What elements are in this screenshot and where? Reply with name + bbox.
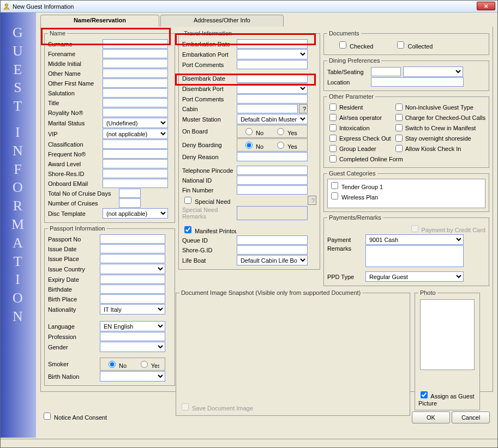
disembark-date-input[interactable] bbox=[237, 74, 308, 83]
onboard-yes[interactable]: Yes bbox=[274, 126, 297, 136]
deny-yes-radio[interactable] bbox=[277, 142, 284, 149]
frequent-no-input[interactable] bbox=[103, 149, 168, 159]
cabin-help-button[interactable]: ? bbox=[299, 104, 308, 113]
total-cruise-days-input[interactable] bbox=[119, 189, 141, 198]
tab-addresses-other[interactable]: Addresses/Other Info bbox=[160, 15, 284, 27]
assign-picture-check[interactable]: Assign as Guest Picture bbox=[418, 393, 475, 407]
special-need-checkbox[interactable] bbox=[184, 197, 191, 204]
collected-checkbox[interactable] bbox=[397, 41, 404, 49]
profession-input[interactable] bbox=[100, 332, 165, 341]
queue-id-input[interactable] bbox=[237, 235, 308, 245]
special-need-check[interactable]: Special Need bbox=[182, 195, 237, 205]
guest-cat-list[interactable]: Tender Group 1 Wireless Plan bbox=[327, 179, 485, 208]
onboard-no[interactable]: No bbox=[243, 126, 263, 136]
ok-button[interactable]: OK bbox=[412, 411, 450, 423]
deny-no-radio[interactable] bbox=[245, 142, 253, 149]
allow-kiosk-check[interactable]: Allow Kiosk Check In bbox=[393, 143, 485, 154]
deny-yes[interactable]: Yes bbox=[274, 140, 297, 150]
issue-date-input[interactable] bbox=[100, 244, 165, 253]
telephone-pin-input[interactable] bbox=[237, 166, 308, 175]
resident-check[interactable]: Resident bbox=[327, 102, 391, 112]
manifest-checkbox[interactable] bbox=[184, 226, 191, 233]
expiry-date-input[interactable] bbox=[100, 275, 165, 284]
fin-number-input[interactable] bbox=[237, 185, 308, 195]
other-name-input[interactable] bbox=[103, 69, 168, 78]
save-doc-check: Save Document Image bbox=[179, 405, 253, 411]
ppd-type-select[interactable]: Regular Guest bbox=[365, 271, 464, 282]
intoxication-check[interactable]: Intoxication bbox=[327, 123, 391, 133]
muster-station-select[interactable]: Default Cabin Muster Station bbox=[237, 114, 308, 124]
group-leader-check[interactable]: Group Leader bbox=[327, 143, 391, 154]
cancel-button[interactable]: Cancel bbox=[452, 411, 490, 423]
non-inclusive-check[interactable]: Non-inclusive Guest Type bbox=[393, 102, 485, 112]
award-level-input[interactable] bbox=[103, 159, 168, 168]
checked-check[interactable]: Checked bbox=[337, 40, 373, 50]
marital-status-label: Marital Status bbox=[48, 120, 103, 126]
surname-input[interactable] bbox=[103, 39, 168, 49]
stay-overnight-check[interactable]: Stay overnight shoreside bbox=[393, 133, 485, 143]
manifest-check[interactable]: Manifest Printout bbox=[182, 225, 237, 235]
completed-online-check[interactable]: Completed Online Form bbox=[327, 154, 485, 164]
number-cruises-input[interactable] bbox=[119, 198, 141, 208]
passport-no-input[interactable] bbox=[100, 234, 165, 244]
tab-name-reservation[interactable]: Name/Reservation bbox=[40, 15, 159, 27]
charge-checkout-check[interactable]: Charge for Checked-Out Calls bbox=[393, 112, 485, 123]
vip-select[interactable]: (not applicable) bbox=[103, 129, 168, 139]
tender-check[interactable]: Tender Group 1 bbox=[329, 180, 484, 191]
embark-date-input[interactable] bbox=[237, 39, 308, 49]
location-input[interactable] bbox=[371, 77, 464, 87]
special-need-help-button[interactable]: ? bbox=[308, 196, 316, 205]
deny-reason-input[interactable] bbox=[237, 152, 308, 161]
marital-status-select[interactable]: (Undefined) bbox=[103, 118, 168, 128]
classification-input[interactable] bbox=[103, 140, 168, 149]
issue-country-select[interactable] bbox=[100, 264, 165, 274]
national-id-input[interactable] bbox=[237, 175, 308, 185]
assign-picture-checkbox[interactable] bbox=[421, 391, 428, 398]
smoker-yes[interactable]: Yes bbox=[138, 359, 159, 369]
port-comments2-input[interactable] bbox=[237, 94, 308, 104]
onboard-yes-radio[interactable] bbox=[277, 128, 284, 135]
nationality-select[interactable]: IT Italy bbox=[100, 304, 165, 314]
disembark-port-select[interactable] bbox=[237, 83, 308, 94]
smoker-no[interactable]: No bbox=[106, 359, 127, 369]
issue-place-input[interactable] bbox=[100, 254, 165, 263]
gender-select[interactable] bbox=[100, 342, 165, 352]
remarks-input[interactable] bbox=[365, 245, 464, 267]
birth-place-input[interactable] bbox=[100, 294, 165, 304]
forename-input[interactable] bbox=[103, 49, 168, 58]
embark-port-select[interactable] bbox=[237, 49, 308, 59]
shore-res-id-input[interactable] bbox=[103, 169, 168, 178]
deny-no[interactable]: No bbox=[243, 140, 263, 150]
cabin-input[interactable] bbox=[237, 104, 298, 113]
collected-check[interactable]: Collected bbox=[395, 40, 433, 50]
payment-select[interactable]: 9001 Cash bbox=[365, 234, 464, 245]
salutation-input[interactable] bbox=[103, 88, 168, 98]
onboard-no-radio[interactable] bbox=[245, 128, 253, 135]
express-checkout-check[interactable]: Express Check Out bbox=[327, 133, 391, 143]
photo-area[interactable] bbox=[420, 299, 475, 370]
title-input[interactable] bbox=[103, 98, 168, 107]
middle-initial-input[interactable] bbox=[103, 59, 168, 68]
checked-checkbox[interactable] bbox=[339, 41, 346, 49]
birth-nation-select[interactable] bbox=[100, 371, 165, 382]
notice-check[interactable]: Notice And Consent bbox=[41, 414, 107, 421]
royality-input[interactable] bbox=[103, 108, 168, 117]
birthdate-input[interactable] bbox=[100, 284, 165, 294]
table-input[interactable] bbox=[371, 67, 401, 76]
air-sea-check[interactable]: Air/sea operator bbox=[327, 112, 391, 123]
shore-g-id-input[interactable] bbox=[237, 245, 308, 255]
wireless-check[interactable]: Wireless Plan bbox=[329, 191, 484, 201]
language-select[interactable]: EN English bbox=[100, 321, 165, 331]
notice-checkbox[interactable] bbox=[44, 413, 51, 420]
close-button[interactable]: ✕ bbox=[477, 2, 495, 10]
switch-crew-check[interactable]: Switch to Crew in Manifest bbox=[393, 123, 485, 133]
port-comments1-input[interactable] bbox=[237, 60, 308, 69]
onboard-email-input[interactable] bbox=[103, 179, 168, 188]
disc-template-select[interactable]: (not applicable) bbox=[103, 208, 168, 219]
life-boat-select[interactable]: Default Cabin Life Boat bbox=[237, 255, 308, 265]
other-first-name-input[interactable] bbox=[103, 78, 168, 88]
smoker-yes-radio[interactable] bbox=[141, 361, 148, 368]
birthdate-label: Birthdate bbox=[48, 286, 100, 293]
smoker-no-radio[interactable] bbox=[109, 361, 116, 368]
seating-select[interactable] bbox=[403, 66, 463, 77]
